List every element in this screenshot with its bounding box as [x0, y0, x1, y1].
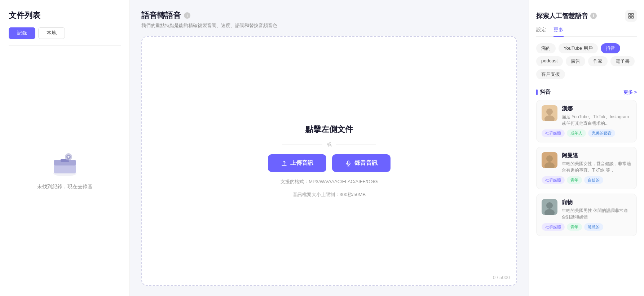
svg-point-19 [546, 155, 553, 162]
voice-name-2: 寵物 [562, 199, 631, 206]
voice-card-0[interactable]: 漢娜滿足 YouTube、TikTok、Instagram 或任何其他寄白需求的… [536, 100, 637, 142]
empty-box-icon [49, 149, 81, 178]
record-audio-button[interactable]: 錄音音訊 [332, 154, 391, 172]
microphone-icon [345, 160, 352, 167]
or-divider: 或 [282, 141, 376, 148]
right-panel: 探索人工智慧語音 i 設定 更多 滿的YouTube 用戶抖音podcast廣告… [529, 0, 644, 296]
voice-avatar-0 [542, 105, 557, 121]
empty-text: 未找到紀錄，現在去錄音 [37, 184, 93, 190]
voice-desc-2: 年輕的美國男性 休閒的語調非常適合對話和媒體 [562, 207, 631, 220]
right-tabs: 設定 更多 [536, 27, 637, 37]
middle-panel: 語音轉語音 i 我們的重點特點是能夠精確複製音調、速度、語調和替換音頻音色 點擊… [130, 0, 529, 296]
right-info-icon[interactable]: i [590, 13, 597, 19]
voice-tag[interactable]: 社群媒體 [542, 223, 565, 231]
voice-avatar-1 [542, 152, 557, 168]
tag-YouTube 用戶[interactable]: YouTube 用戶 [559, 43, 598, 53]
btn-group: 上傳音訊 錄音音訊 [268, 154, 391, 172]
voice-name-0: 漢娜 [562, 105, 631, 112]
svg-point-22 [546, 202, 553, 209]
tags-row: 滿的YouTube 用戶抖音podcast廣告作家電子書客戶支援 [536, 43, 637, 79]
middle-subtitle: 我們的重點特點是能夠精確複製音調、速度、語調和替換音頻音色 [141, 22, 517, 29]
right-header-action-icon[interactable] [625, 10, 637, 22]
svg-point-16 [546, 109, 553, 115]
more-link[interactable]: 更多 > [623, 89, 637, 96]
middle-title: 語音轉語音 i [141, 10, 517, 21]
voice-card-1[interactable]: 阿曼達年輕的美國女性，愛音健談，非常適合有趣的事宜、TikTok 等，社群媒體青… [536, 147, 637, 189]
voice-tag[interactable]: 青年 [567, 176, 582, 184]
svg-rect-14 [632, 17, 634, 18]
tag-抖音[interactable]: 抖音 [601, 43, 620, 53]
upload-formats: 支援的格式：MP3/WAV/AAC/FLAC/AIFF/OGG [281, 178, 378, 185]
char-count: 0 / 5000 [493, 275, 510, 280]
voice-desc-0: 滿足 YouTube、TikTok、Instagram 或任何其他寄白需求的..… [562, 114, 631, 127]
tag-電子書[interactable]: 電子書 [610, 56, 635, 66]
tag-作家[interactable]: 作家 [588, 56, 608, 66]
tag-podcast[interactable]: podcast [536, 56, 563, 66]
tab-records[interactable]: 記錄 [9, 27, 35, 39]
empty-state: 未找到紀錄，現在去錄音 [9, 53, 121, 286]
right-header: 探索人工智慧語音 i [536, 10, 637, 22]
tag-廣告[interactable]: 廣告 [566, 56, 585, 66]
section-label: 抖音 更多 > [536, 89, 637, 96]
voice-tag[interactable]: 社群媒體 [542, 129, 565, 137]
divider [9, 45, 121, 46]
middle-info-icon[interactable]: i [184, 12, 190, 19]
upload-icon [281, 160, 287, 167]
upload-limit: 音訊檔案大小上限制：300秒/50MB [293, 191, 366, 198]
tag-滿的[interactable]: 滿的 [536, 43, 556, 53]
tab-group: 記錄 本地 [9, 27, 121, 39]
upload-main-text: 點擊左側文件 [305, 124, 353, 135]
voice-tag[interactable]: 完美的藝音 [588, 129, 615, 137]
svg-rect-13 [628, 17, 630, 18]
voice-tag[interactable]: 成年人 [567, 129, 586, 137]
voice-tag[interactable]: 自信的 [584, 176, 603, 184]
left-panel-title: 文件列表 [9, 10, 121, 21]
tab-local[interactable]: 本地 [38, 27, 65, 39]
upload-audio-button[interactable]: 上傳音訊 [268, 154, 326, 172]
upload-area[interactable]: 點擊左側文件 或 上傳音訊 錄音音訊 支援的格式 [141, 36, 517, 286]
tab-settings[interactable]: 設定 [536, 27, 546, 36]
voice-cards: 漢娜滿足 YouTube、TikTok、Instagram 或任何其他寄白需求的… [536, 100, 637, 240]
voice-tag[interactable]: 青年 [567, 223, 582, 231]
voice-avatar-2 [542, 199, 557, 215]
svg-rect-11 [628, 13, 630, 15]
svg-rect-8 [348, 161, 349, 164]
left-panel: 文件列表 記錄 本地 未找到紀錄，現在去錄音 [0, 0, 130, 296]
voice-tag[interactable]: 隨意的 [584, 223, 603, 231]
voice-name-1: 阿曼達 [562, 152, 631, 159]
tab-more[interactable]: 更多 [553, 27, 564, 37]
voice-desc-1: 年輕的美國女性，愛音健談，非常適合有趣的事宜、TikTok 等， [562, 160, 631, 173]
tag-客戶支援[interactable]: 客戶支援 [536, 69, 565, 79]
svg-rect-12 [632, 13, 634, 15]
right-title: 探索人工智慧語音 i [536, 12, 597, 20]
voice-tag[interactable]: 社群媒體 [542, 176, 565, 184]
voice-card-2[interactable]: 寵物年輕的美國男性 休閒的語調非常適合對話和媒體社群媒體青年隨意的 [536, 194, 637, 236]
